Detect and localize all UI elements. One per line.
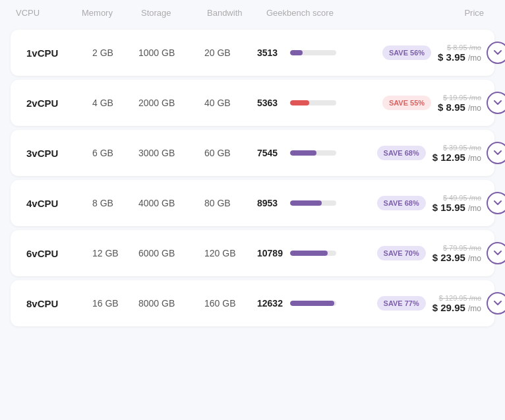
bench-bar-track: [290, 200, 336, 206]
price-current: $ 3.95 /mo: [438, 51, 481, 63]
price-original: $ 19.95 /mo: [438, 94, 481, 102]
chevron-down-icon: [494, 301, 502, 306]
price-current: $ 15.95 /mo: [432, 202, 481, 213]
save-badge: SAVE 70%: [377, 246, 426, 260]
header-features: Features: [490, 8, 505, 18]
chevron-down-icon: [494, 100, 502, 105]
price-wrap: SAVE 77% $ 129.95 /mo $ 29.95 /mo: [363, 294, 481, 313]
price-wrap: SAVE 70% $ 79.95 /mo $ 23.95 /mo: [363, 244, 481, 263]
price-original: $ 79.95 /mo: [432, 244, 481, 252]
chevron-down-icon: [494, 150, 502, 156]
price-wrap: SAVE 68% $ 49.95 /mo $ 15.95 /mo: [363, 194, 481, 213]
bench-bar-fill: [290, 50, 303, 55]
chevron-down-icon: [494, 50, 502, 55]
header-price: Price: [372, 8, 490, 18]
table-row: 2vCPU 4 GB 2000 GB 40 GB 5363 SAVE 55% $…: [11, 80, 494, 126]
expand-button[interactable]: [487, 42, 505, 64]
chevron-down-icon: [494, 200, 502, 206]
header-storage: Storage: [141, 8, 207, 18]
bench-score: 10789: [257, 248, 285, 258]
table-row: 4vCPU 8 GB 4000 GB 80 GB 8953 SAVE 68% $…: [11, 180, 494, 226]
plan-name: 4vCPU: [26, 198, 92, 209]
bench-score: 8953: [257, 198, 285, 208]
bench-wrap: 8953: [257, 198, 363, 208]
plan-storage: 1000 GB: [138, 47, 204, 58]
price-original: $ 39.95 /mo: [432, 144, 481, 152]
plan-memory: 6 GB: [92, 148, 138, 158]
plan-name: 2vCPU: [26, 98, 92, 109]
price-suffix: /mo: [468, 254, 481, 263]
header-vcpu: VCPU: [16, 8, 82, 18]
header-memory: Memory: [82, 8, 141, 18]
table-row: 8vCPU 16 GB 8000 GB 160 GB 12632 SAVE 77…: [11, 280, 494, 326]
price-block: $ 8.95 /mo $ 3.95 /mo: [438, 44, 481, 63]
bench-bar-track: [290, 50, 336, 55]
table-row: 3vCPU 6 GB 3000 GB 60 GB 7545 SAVE 68% $…: [11, 130, 494, 176]
bench-bar-track: [290, 150, 336, 156]
bench-bar-fill: [290, 251, 328, 256]
bench-score: 3513: [257, 47, 285, 58]
save-badge: SAVE 68%: [377, 146, 426, 160]
plan-storage: 8000 GB: [138, 298, 204, 309]
plan-memory: 4 GB: [92, 98, 138, 108]
bench-wrap: 12632: [257, 298, 363, 309]
save-badge: SAVE 77%: [377, 296, 426, 311]
price-current: $ 8.95 /mo: [438, 102, 481, 113]
price-current: $ 23.95 /mo: [432, 252, 481, 263]
price-current: $ 12.95 /mo: [432, 152, 481, 163]
price-original: $ 8.95 /mo: [438, 44, 481, 51]
bench-score: 12632: [257, 298, 285, 309]
plan-bandwidth: 120 GB: [204, 248, 257, 258]
plan-name: 1vCPU: [26, 47, 92, 59]
expand-button[interactable]: [487, 242, 505, 264]
price-block: $ 39.95 /mo $ 12.95 /mo: [432, 144, 481, 163]
expand-button[interactable]: [487, 142, 505, 164]
plan-bandwidth: 40 GB: [204, 98, 257, 108]
plan-memory: 16 GB: [92, 298, 138, 309]
save-badge: SAVE 56%: [382, 45, 431, 60]
plan-bandwidth: 60 GB: [204, 148, 257, 158]
plan-name: 8vCPU: [26, 298, 92, 309]
bench-bar-track: [290, 251, 336, 256]
price-block: $ 49.95 /mo $ 15.95 /mo: [432, 194, 481, 213]
table-header: VCPU Memory Storage Bandwith Geekbench s…: [0, 0, 505, 26]
save-badge: SAVE 55%: [382, 96, 431, 110]
expand-button[interactable]: [487, 192, 505, 214]
header-bandwidth: Bandwith: [207, 8, 266, 18]
price-suffix: /mo: [468, 53, 481, 63]
bench-bar-fill: [290, 150, 316, 156]
price-block: $ 129.95 /mo $ 29.95 /mo: [432, 294, 481, 313]
bench-wrap: 10789: [257, 248, 363, 258]
bench-bar-fill: [290, 301, 334, 306]
price-suffix: /mo: [468, 304, 481, 313]
bench-bar-track: [290, 100, 336, 105]
price-wrap: SAVE 55% $ 19.95 /mo $ 8.95 /mo: [363, 94, 481, 113]
plan-memory: 8 GB: [92, 198, 138, 208]
bench-wrap: 7545: [257, 148, 363, 158]
price-suffix: /mo: [468, 154, 481, 163]
plan-name: 6vCPU: [26, 248, 92, 259]
chevron-down-icon: [494, 251, 502, 256]
plan-memory: 12 GB: [92, 248, 138, 258]
plan-name: 3vCPU: [26, 148, 92, 159]
table-row: 6vCPU 12 GB 6000 GB 120 GB 10789 SAVE 70…: [11, 230, 494, 276]
header-geekbench: Geekbench score: [266, 8, 372, 18]
bench-bar-fill: [290, 200, 322, 206]
price-original: $ 129.95 /mo: [432, 294, 481, 302]
plan-bandwidth: 80 GB: [204, 198, 257, 208]
expand-button[interactable]: [487, 292, 505, 315]
plan-storage: 2000 GB: [138, 98, 204, 108]
bench-bar-track: [290, 301, 336, 306]
bench-wrap: 5363: [257, 98, 363, 108]
plan-storage: 6000 GB: [138, 248, 204, 258]
plan-bandwidth: 20 GB: [204, 47, 257, 58]
save-badge: SAVE 68%: [377, 196, 426, 210]
price-suffix: /mo: [468, 204, 481, 213]
expand-button[interactable]: [487, 92, 505, 114]
plan-storage: 3000 GB: [138, 148, 204, 158]
table-row: 1vCPU 2 GB 1000 GB 20 GB 3513 SAVE 56% $…: [11, 30, 494, 76]
plan-bandwidth: 160 GB: [204, 298, 257, 309]
price-wrap: SAVE 68% $ 39.95 /mo $ 12.95 /mo: [363, 144, 481, 163]
bench-score: 5363: [257, 98, 285, 108]
price-current: $ 29.95 /mo: [432, 302, 481, 313]
